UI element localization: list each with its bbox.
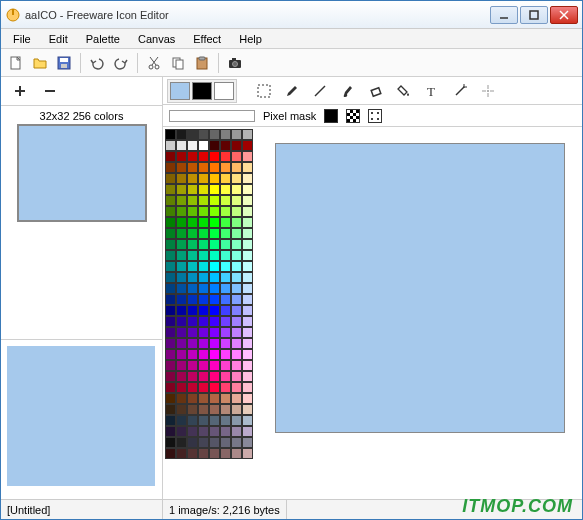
palette-swatch[interactable] xyxy=(165,426,176,437)
palette-swatch[interactable] xyxy=(176,217,187,228)
palette-swatch[interactable] xyxy=(165,327,176,338)
palette-swatch[interactable] xyxy=(242,360,253,371)
palette-swatch[interactable] xyxy=(242,393,253,404)
palette-swatch[interactable] xyxy=(176,360,187,371)
palette-swatch[interactable] xyxy=(187,294,198,305)
palette-swatch[interactable] xyxy=(176,228,187,239)
palette-swatch[interactable] xyxy=(187,184,198,195)
palette-swatch[interactable] xyxy=(231,283,242,294)
palette-swatch[interactable] xyxy=(220,316,231,327)
palette-swatch[interactable] xyxy=(220,162,231,173)
palette-swatch[interactable] xyxy=(209,195,220,206)
palette-swatch[interactable] xyxy=(231,151,242,162)
palette-swatch[interactable] xyxy=(209,129,220,140)
palette-swatch[interactable] xyxy=(231,239,242,250)
palette-swatch[interactable] xyxy=(209,272,220,283)
palette-swatch[interactable] xyxy=(198,228,209,239)
palette-swatch[interactable] xyxy=(220,261,231,272)
palette-swatch[interactable] xyxy=(198,206,209,217)
palette-swatch[interactable] xyxy=(231,217,242,228)
palette-swatch[interactable] xyxy=(231,195,242,206)
palette-swatch[interactable] xyxy=(231,415,242,426)
palette-swatch[interactable] xyxy=(231,338,242,349)
palette-swatch[interactable] xyxy=(198,129,209,140)
palette-swatch[interactable] xyxy=(198,283,209,294)
palette-swatch[interactable] xyxy=(242,437,253,448)
editing-canvas[interactable] xyxy=(275,143,565,433)
palette-swatch[interactable] xyxy=(165,217,176,228)
palette-swatch[interactable] xyxy=(220,305,231,316)
paste-button[interactable] xyxy=(191,52,213,74)
palette-swatch[interactable] xyxy=(187,151,198,162)
palette-swatch[interactable] xyxy=(187,261,198,272)
cut-button[interactable] xyxy=(143,52,165,74)
palette-swatch[interactable] xyxy=(220,404,231,415)
wand-tool[interactable] xyxy=(449,80,471,102)
palette-swatch[interactable] xyxy=(165,393,176,404)
text-tool[interactable]: T xyxy=(421,80,443,102)
palette-swatch[interactable] xyxy=(187,382,198,393)
palette-swatch[interactable] xyxy=(165,129,176,140)
palette-swatch[interactable] xyxy=(176,129,187,140)
palette-swatch[interactable] xyxy=(220,415,231,426)
palette-swatch[interactable] xyxy=(176,206,187,217)
palette-swatch[interactable] xyxy=(231,228,242,239)
palette-swatch[interactable] xyxy=(220,437,231,448)
gradient-bar[interactable] xyxy=(169,110,255,122)
palette-swatch[interactable] xyxy=(165,206,176,217)
palette-swatch[interactable] xyxy=(198,151,209,162)
palette-swatch[interactable] xyxy=(209,294,220,305)
palette-swatch[interactable] xyxy=(165,316,176,327)
palette-swatch[interactable] xyxy=(187,162,198,173)
palette-swatch[interactable] xyxy=(242,294,253,305)
palette-swatch[interactable] xyxy=(242,327,253,338)
palette-swatch[interactable] xyxy=(198,415,209,426)
palette-swatch[interactable] xyxy=(198,261,209,272)
palette-swatch[interactable] xyxy=(176,239,187,250)
palette-swatch[interactable] xyxy=(231,162,242,173)
palette-swatch[interactable] xyxy=(176,294,187,305)
palette-swatch[interactable] xyxy=(165,261,176,272)
open-button[interactable] xyxy=(29,52,51,74)
palette-swatch[interactable] xyxy=(242,129,253,140)
palette-swatch[interactable] xyxy=(209,261,220,272)
palette-swatch[interactable] xyxy=(209,360,220,371)
palette-swatch[interactable] xyxy=(176,382,187,393)
palette-swatch[interactable] xyxy=(220,250,231,261)
palette-swatch[interactable] xyxy=(165,382,176,393)
palette-swatch[interactable] xyxy=(231,261,242,272)
palette-swatch[interactable] xyxy=(198,426,209,437)
palette-swatch[interactable] xyxy=(165,184,176,195)
palette-swatch[interactable] xyxy=(242,448,253,459)
palette-swatch[interactable] xyxy=(176,195,187,206)
palette-swatch[interactable] xyxy=(165,415,176,426)
palette-swatch[interactable] xyxy=(209,250,220,261)
palette-swatch[interactable] xyxy=(165,195,176,206)
palette-swatch[interactable] xyxy=(187,195,198,206)
palette-swatch[interactable] xyxy=(198,327,209,338)
palette-swatch[interactable] xyxy=(242,261,253,272)
palette-swatch[interactable] xyxy=(231,294,242,305)
palette-swatch[interactable] xyxy=(198,162,209,173)
palette-swatch[interactable] xyxy=(231,371,242,382)
palette-swatch[interactable] xyxy=(209,184,220,195)
palette-swatch[interactable] xyxy=(176,261,187,272)
palette-swatch[interactable] xyxy=(209,316,220,327)
palette-swatch[interactable] xyxy=(165,349,176,360)
palette-swatch[interactable] xyxy=(187,360,198,371)
palette-swatch[interactable] xyxy=(187,415,198,426)
palette-swatch[interactable] xyxy=(209,151,220,162)
palette-swatch[interactable] xyxy=(242,305,253,316)
palette-swatch[interactable] xyxy=(176,437,187,448)
add-image-button[interactable] xyxy=(9,80,31,102)
palette-swatch[interactable] xyxy=(187,426,198,437)
palette-swatch[interactable] xyxy=(242,206,253,217)
brush-tool[interactable] xyxy=(337,80,359,102)
fill-tool[interactable] xyxy=(393,80,415,102)
palette-swatch[interactable] xyxy=(176,184,187,195)
palette-swatch[interactable] xyxy=(165,283,176,294)
close-button[interactable] xyxy=(550,6,578,24)
palette-swatch[interactable] xyxy=(220,338,231,349)
palette-swatch[interactable] xyxy=(198,338,209,349)
palette-swatch[interactable] xyxy=(209,382,220,393)
